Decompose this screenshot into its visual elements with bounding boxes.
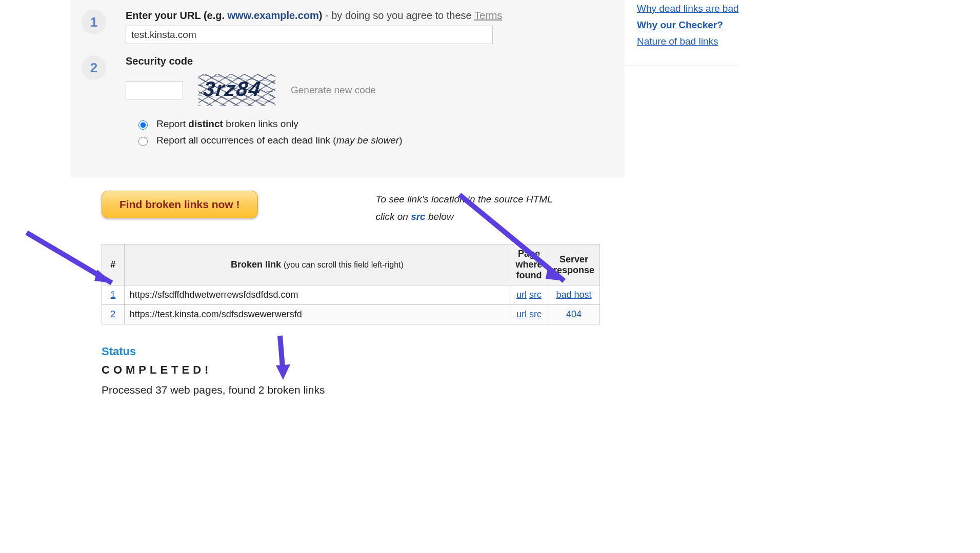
table-row: 1https://sfsdffdhdwetwerrewsfdsdfdsd.com…	[102, 285, 600, 305]
url-label: Enter your URL (e.g. www.example.com) - …	[126, 10, 614, 22]
broken-links-table: # Broken link (you can scroll this field…	[102, 244, 600, 324]
src-link[interactable]: src	[529, 309, 542, 319]
col-server-response: Server response	[548, 244, 599, 285]
step-2: 2 Security code 3rz84 Generate new code	[82, 55, 614, 151]
broken-url-cell: https://test.kinsta.com/sdfsdswewerwersf…	[124, 305, 510, 324]
report-all-radio[interactable]	[138, 137, 148, 146]
status-title: Status	[102, 345, 625, 358]
url-label-suffix: )	[319, 10, 325, 21]
url-link[interactable]: url	[516, 309, 527, 319]
report-distinct-option[interactable]: Report distinct broken links only	[136, 118, 614, 130]
report-all-label: Report all occurrences of each dead link…	[156, 135, 402, 146]
sidebar-link[interactable]: Why dead links are bad	[637, 3, 739, 14]
status-block: Status COMPLETED! Processed 37 web pages…	[102, 345, 625, 396]
table-row: 2https://test.kinsta.com/sdfsdswewerwers…	[102, 305, 600, 324]
col-page-found: Page where found	[510, 244, 548, 285]
report-distinct-radio[interactable]	[138, 120, 148, 130]
url-input[interactable]	[126, 26, 493, 44]
find-links-button[interactable]: Find broken links now !	[102, 191, 258, 218]
step-1: 1 Enter your URL (e.g. www.example.com) …	[82, 10, 614, 44]
captcha-noise	[198, 74, 275, 106]
step-number-2: 2	[82, 55, 106, 80]
src-hint: To see link's location in the source HTM…	[376, 191, 553, 226]
src-link[interactable]: src	[529, 290, 542, 300]
server-response-link[interactable]: bad host	[556, 290, 591, 300]
captcha-image: 3rz84	[198, 74, 275, 106]
row-number-link[interactable]: 1	[110, 290, 115, 300]
url-label-prefix: Enter your URL (e.g.	[126, 10, 228, 21]
col-broken-link: Broken link (you can scroll this field l…	[124, 244, 510, 285]
form-panel: 1 Enter your URL (e.g. www.example.com) …	[71, 0, 625, 177]
url-link[interactable]: url	[516, 290, 527, 300]
url-label-example: www.example.com	[228, 10, 319, 21]
svg-line-0	[27, 233, 112, 283]
hint-line-2: click on src below	[376, 208, 553, 226]
broken-url-cell: https://sfsdffdhdwetwerrewsfdsdfdsd.com	[124, 285, 510, 305]
row-number-link[interactable]: 2	[110, 309, 115, 319]
step-number-1: 1	[82, 10, 106, 34]
status-message: Processed 37 web pages, found 2 broken l…	[102, 384, 625, 396]
generate-new-code-link[interactable]: Generate new code	[291, 85, 376, 96]
url-agree-text: - by doing so you agree to these	[325, 10, 474, 21]
terms-link[interactable]: Terms	[474, 10, 502, 21]
sidebar-link[interactable]: Nature of bad links	[637, 36, 739, 47]
sidebar: Why dead links are badWhy our Checker?Na…	[626, 0, 739, 66]
status-completed: COMPLETED!	[102, 363, 625, 377]
security-code-label: Security code	[126, 55, 614, 67]
col-number: #	[102, 244, 125, 285]
hint-line-1: To see link's location in the source HTM…	[376, 191, 553, 208]
page-found-cell: url src	[510, 305, 548, 324]
report-all-option[interactable]: Report all occurrences of each dead link…	[136, 135, 614, 146]
report-distinct-label: Report distinct broken links only	[156, 118, 298, 130]
server-response-link[interactable]: 404	[566, 309, 582, 319]
security-code-input[interactable]	[126, 81, 183, 99]
sidebar-link[interactable]: Why our Checker?	[637, 19, 739, 31]
page-found-cell: url src	[510, 285, 548, 305]
report-options: Report distinct broken links only Report…	[126, 118, 614, 146]
results-panel: Find broken links now ! To see link's lo…	[71, 177, 625, 417]
